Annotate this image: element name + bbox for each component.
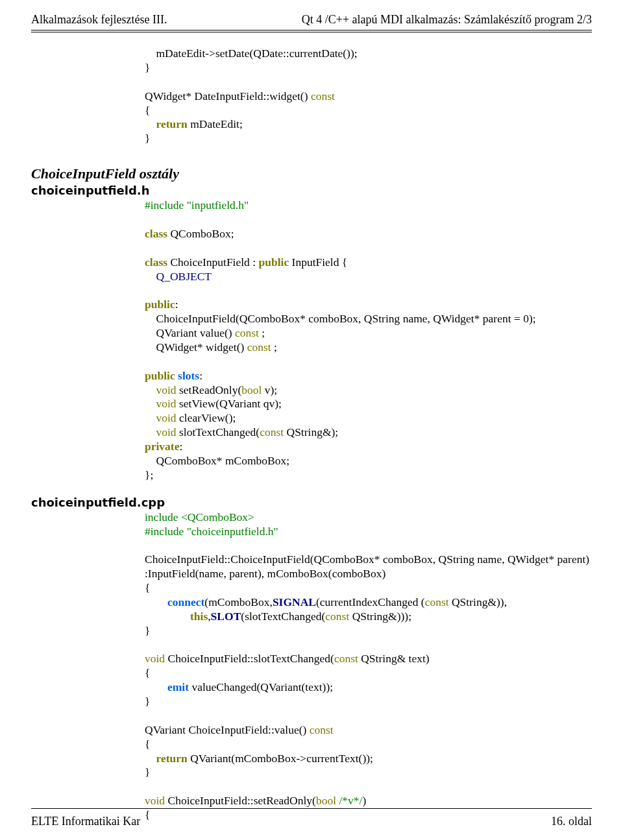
- code-top: mDateEdit->setDate(QDate::currentDate())…: [145, 47, 592, 146]
- code-cpp-file: include <QComboBox> #include "choiceinpu…: [145, 510, 592, 822]
- cpp-filename: choiceinputfield.cpp: [31, 496, 592, 509]
- footer-rule: [31, 808, 592, 809]
- footer-left: ELTE Informatikai Kar: [31, 815, 140, 828]
- header-filename: choiceinputfield.h: [31, 184, 592, 197]
- header-right: Qt 4 /C++ alapú MDI alkalmazás: Számlaké…: [302, 13, 592, 27]
- header-rule: [31, 30, 592, 30]
- section-heading: ChoiceInputField osztály: [31, 165, 592, 182]
- code-header-file: #include "inputfield.h" class QComboBox;…: [145, 198, 592, 483]
- page-content: mDateEdit->setDate(QDate::currentDate())…: [31, 47, 592, 822]
- header-left: Alkalmazások fejlesztése III.: [31, 13, 167, 27]
- footer-right: 16. oldal: [551, 815, 592, 828]
- header-rule-2: [31, 32, 592, 32]
